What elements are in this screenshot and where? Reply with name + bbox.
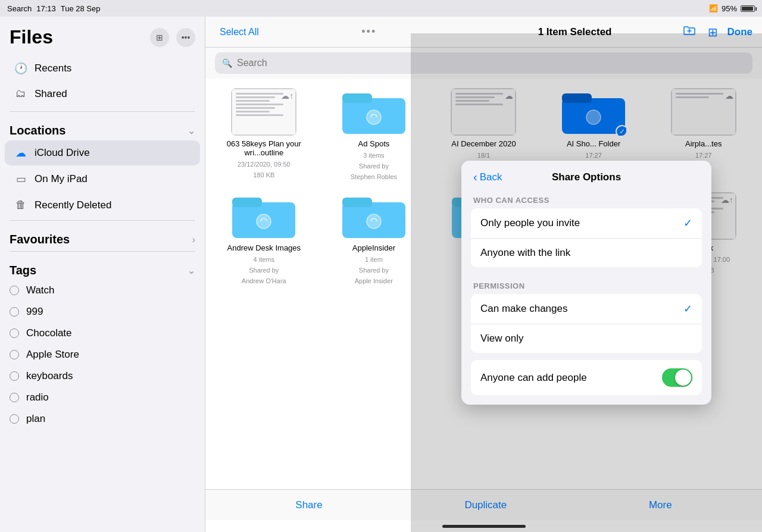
view-only-label: View only — [480, 333, 692, 345]
ipad-icon: ▭ — [14, 173, 27, 186]
doc-line — [236, 93, 283, 95]
svg-point-11 — [367, 214, 381, 229]
share-button[interactable]: Share — [295, 499, 322, 511]
sidebar-item-icloud[interactable]: ☁ iCloud Drive — [5, 140, 200, 165]
file-shared-name: Andrew O'Hara — [242, 277, 286, 284]
sidebar-item-recents[interactable]: 🕐 Recents — [5, 56, 200, 81]
file-shared-by: Shared by — [359, 267, 389, 274]
tag-circle-icon — [10, 286, 19, 295]
option-anyone-link[interactable]: Anyone with the link — [471, 239, 702, 267]
search-icon: 🔍 — [222, 58, 232, 68]
folder-svg — [231, 192, 296, 240]
content-area: Select All ••• 1 Item Selected ⊞ Done — [205, 17, 762, 532]
permission-group: Can make changes ✓ View only — [471, 294, 702, 353]
sidebar-item-shared[interactable]: 🗂 Shared — [5, 82, 200, 106]
favourites-section-header[interactable]: Favourites › — [0, 223, 205, 249]
sidebar-item-label: On My iPad — [35, 173, 190, 185]
sidebar-item-label: Recently Deleted — [35, 199, 190, 211]
file-item-6[interactable]: Andrew Desk Images 4 items Shared by And… — [215, 192, 313, 284]
tag-circle-icon — [10, 414, 19, 424]
tag-label: plan — [26, 413, 45, 425]
file-size: 180 KB — [253, 171, 274, 179]
tag-watch[interactable]: Watch — [0, 280, 205, 301]
sidebar-item-label: iCloud Drive — [35, 147, 190, 159]
folder-svg — [341, 192, 407, 240]
file-item-1[interactable]: ☁↑ 063 58keys Plan your wri...outline 23… — [215, 88, 313, 180]
file-shared-name: Apple Insider — [355, 277, 393, 284]
time-label: 17:13 — [36, 4, 56, 13]
sidebar: Files ⊞ ••• 🕐 Recents 🗂 Shared Locations… — [0, 17, 205, 532]
file-meta: 3 items — [363, 152, 384, 159]
tag-999[interactable]: 999 — [0, 301, 205, 323]
invite-only-checkmark-icon: ✓ — [683, 217, 692, 230]
folder-svg — [341, 88, 407, 136]
shared-icon: 🗂 — [14, 87, 27, 100]
doc-line — [236, 100, 269, 102]
file-name: AppleInsider — [352, 243, 395, 252]
tag-circle-icon — [10, 307, 19, 317]
sidebar-item-label: Recents — [35, 62, 190, 74]
tag-circle-icon — [10, 350, 19, 359]
file-meta: 1 item — [365, 256, 383, 263]
share-back-label: Back — [480, 171, 502, 183]
recents-section: 🕐 Recents 🗂 Shared — [0, 53, 205, 109]
tag-label: 999 — [26, 306, 43, 318]
battery-icon — [741, 5, 755, 12]
share-back-button[interactable]: ‹ Back — [473, 170, 502, 184]
tag-apple-store[interactable]: Apple Store — [0, 344, 205, 365]
anyone-add-label: Anyone can add people — [480, 372, 662, 384]
option-invite-only[interactable]: Only people you invite ✓ — [471, 208, 702, 239]
share-panel: ‹ Back Share Options WHO CAN ACCESS Only… — [461, 161, 711, 405]
tag-plan[interactable]: plan — [0, 408, 205, 430]
tag-label: keyboards — [26, 370, 73, 382]
option-can-change[interactable]: Can make changes ✓ — [471, 294, 702, 324]
tags-section-header[interactable]: Tags ⌄ — [0, 254, 205, 280]
more-options-button[interactable]: ••• — [176, 28, 195, 47]
share-panel-header: ‹ Back Share Options — [461, 161, 711, 189]
sidebar-title: Files — [10, 26, 53, 48]
recents-icon: 🕐 — [14, 62, 27, 75]
locations-section-header[interactable]: Locations ⌄ — [0, 114, 205, 140]
svg-point-8 — [257, 214, 271, 229]
status-bar: Search 17:13 Tue 28 Sep 📶 95% — [0, 0, 762, 17]
sidebar-item-label: Shared — [35, 88, 190, 100]
locations-title: Locations — [10, 124, 65, 137]
tag-label: Chocolate — [26, 327, 72, 339]
file-item-2[interactable]: Ad Spots 3 items Shared by Stephen Roble… — [325, 88, 423, 180]
anyone-add-people-row: Anyone can add people — [471, 360, 702, 395]
file-name: Andrew Desk Images — [227, 243, 301, 252]
battery-label: 95% — [722, 4, 737, 13]
tags-chevron-icon: ⌄ — [188, 265, 195, 276]
file-name: Ad Spots — [358, 139, 390, 148]
tag-circle-icon — [10, 371, 19, 381]
who-can-access-group: Only people you invite ✓ Anyone with the… — [471, 208, 702, 267]
file-item-7[interactable]: AppleInsider 1 item Shared by Apple Insi… — [325, 192, 423, 284]
back-chevron-icon: ‹ — [473, 170, 477, 184]
anyone-add-toggle[interactable] — [662, 368, 692, 387]
who-can-access-label: WHO CAN ACCESS — [461, 189, 711, 208]
doc-line — [236, 111, 269, 112]
select-all-button[interactable]: Select All — [215, 24, 264, 40]
tag-radio[interactable]: radio — [0, 387, 205, 408]
cloud-upload-icon: ☁↑ — [281, 91, 293, 101]
favourites-chevron-icon: › — [192, 234, 195, 245]
sidebar-header: Files ⊞ ••• — [0, 17, 205, 53]
trash-icon: 🗑 — [14, 199, 27, 211]
doc-line — [236, 96, 275, 98]
wifi-icon: 📶 — [709, 4, 718, 12]
tag-label: radio — [26, 392, 49, 403]
option-view-only[interactable]: View only — [471, 324, 702, 353]
tag-keyboards[interactable]: keyboards — [0, 365, 205, 387]
can-change-checkmark-icon: ✓ — [683, 302, 692, 315]
doc-line — [236, 104, 283, 105]
tag-label: Apple Store — [26, 349, 79, 361]
sidebar-item-deleted[interactable]: 🗑 Recently Deleted — [5, 193, 200, 217]
tag-chocolate[interactable]: Chocolate — [0, 323, 205, 344]
sidebar-item-ipad[interactable]: ▭ On My iPad — [5, 167, 200, 192]
can-change-label: Can make changes — [480, 303, 683, 315]
sidebar-toggle-button[interactable]: ⊞ — [150, 28, 169, 47]
svg-rect-1 — [342, 93, 372, 103]
carrier-label: Search — [7, 4, 32, 13]
permission-label: PERMISSION — [461, 274, 711, 294]
divider — [10, 251, 195, 252]
